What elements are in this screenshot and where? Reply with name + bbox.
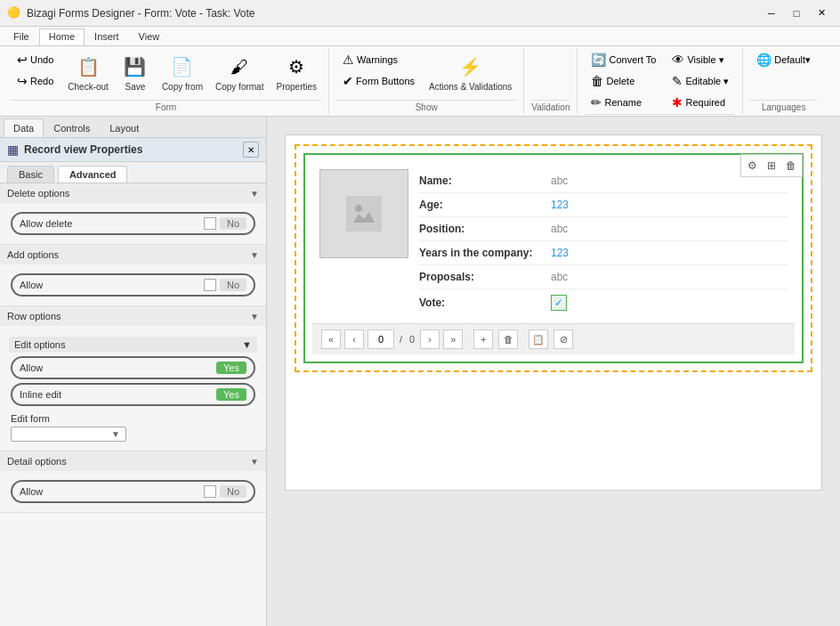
required-button[interactable]: ✱ Required <box>666 93 735 112</box>
maximize-button[interactable]: □ <box>785 4 808 22</box>
add-options-arrow: ▼ <box>250 250 259 260</box>
formbuttons-icon: ✔ <box>343 74 353 88</box>
default-language-button[interactable]: 🌐 Default▾ <box>750 50 817 69</box>
tab-insert[interactable]: Insert <box>85 28 129 45</box>
undo-icon: ↩ <box>17 53 28 67</box>
detail-options-section: Detail options ▼ Allow No <box>0 451 266 513</box>
row-options-section: Row options ▼ Edit options ▼ Allow Yes <box>0 306 266 451</box>
save-icon: 💾 <box>121 53 149 81</box>
tab-home[interactable]: Home <box>39 28 85 45</box>
tab-layout[interactable]: Layout <box>100 118 149 137</box>
advanced-tabs: Basic Advanced <box>0 162 266 183</box>
image-placeholder <box>319 169 408 258</box>
left-panel-tabs: Data Controls Layout <box>0 117 266 138</box>
grid-icon[interactable]: ⊞ <box>763 157 780 175</box>
copyformat-icon: 🖌 <box>225 53 254 81</box>
edit-form-dropdown[interactable]: ▼ <box>11 427 126 442</box>
window-title: Bizagi Forms Designer - Form: Vote - Tas… <box>27 7 760 20</box>
copy-record-button[interactable]: 📋 <box>529 329 548 349</box>
tab-view[interactable]: View <box>129 28 170 45</box>
vote-checkbox[interactable]: ✓ <box>551 295 567 311</box>
allow-add-toggle[interactable]: Allow No <box>11 273 255 297</box>
formbuttons-button[interactable]: ✔ Form Buttons <box>336 71 421 91</box>
last-page-button[interactable]: » <box>443 329 463 349</box>
trash-icon[interactable]: 🗑 <box>782 157 800 175</box>
add-record-button[interactable]: + <box>473 329 493 349</box>
undo-button[interactable]: ↩ Undo <box>11 50 60 69</box>
first-page-button[interactable]: « <box>321 329 341 349</box>
form-group-label: Form <box>11 100 321 112</box>
inline-edit-toggle[interactable]: Inline edit Yes <box>11 383 255 406</box>
settings-icon[interactable]: ⚙ <box>743 157 761 175</box>
tab-file[interactable]: File <box>4 28 39 45</box>
field-position: Position: abc <box>419 217 788 241</box>
next-page-button[interactable]: › <box>420 329 440 349</box>
inline-edit-value: Yes <box>216 388 246 401</box>
add-options-header[interactable]: Add options ▼ <box>0 245 266 264</box>
delete-record-button[interactable]: 🗑 <box>498 329 518 349</box>
row-options-header[interactable]: Row options ▼ <box>0 306 266 326</box>
main-area: Data Controls Layout ▦ Record view Prope… <box>0 117 840 626</box>
languages-group-label: Languages <box>750 100 817 112</box>
form-canvas: ⚙ ⊞ 🗑 <box>285 134 822 491</box>
page-actions-2: 📋 ⊘ <box>529 329 573 349</box>
advanced-tab[interactable]: Advanced <box>58 166 128 183</box>
ribbon-tab-bar: File Home Insert View <box>0 27 840 46</box>
checkout-icon: 📋 <box>74 53 102 81</box>
allow-delete-toggle[interactable]: Allow delete No <box>11 212 255 235</box>
minimize-button[interactable]: ─ <box>760 4 783 22</box>
convertto-button[interactable]: 🔄 Convert To <box>585 50 662 69</box>
allow-edit-value: Yes <box>216 362 246 374</box>
checkout-button[interactable]: 📋 Check-out <box>63 50 113 94</box>
warnings-button[interactable]: ⚠ Warnings <box>336 50 421 69</box>
allow-delete-value: No <box>220 217 246 230</box>
delete-options-header[interactable]: Delete options ▼ <box>0 183 266 203</box>
basic-tab[interactable]: Basic <box>7 166 54 183</box>
delete-button[interactable]: 🗑 Delete <box>585 71 662 91</box>
save-button[interactable]: 💾 Save <box>117 50 154 94</box>
title-bar: 🟡 Bizagi Forms Designer - Form: Vote - T… <box>0 0 840 27</box>
edit-options-subheader[interactable]: Edit options ▼ <box>9 337 257 353</box>
rename-button[interactable]: ✏ Rename <box>585 93 662 112</box>
add-options-body: Allow No <box>0 264 266 305</box>
add-options-section: Add options ▼ Allow No <box>0 245 266 306</box>
copyfrom-icon: 📄 <box>168 53 197 81</box>
allow-detail-toggle[interactable]: Allow No <box>11 480 255 503</box>
prev-page-button[interactable]: ‹ <box>344 329 364 349</box>
edit-form-row: Edit form ▼ <box>9 410 257 445</box>
current-page-input[interactable] <box>368 329 394 349</box>
ribbon-group-controls: 🔄 Convert To 🗑 Delete ✏ Rename 👁 <box>578 48 743 114</box>
detail-options-header[interactable]: Detail options ▼ <box>0 451 266 471</box>
editable-button[interactable]: ✎ Editable ▾ <box>666 71 735 91</box>
svg-rect-0 <box>346 196 382 232</box>
allow-delete-checkbox[interactable] <box>204 217 216 230</box>
detail-options-body: Allow No <box>0 471 266 512</box>
close-button[interactable]: ✕ <box>810 4 833 22</box>
ribbon: File Home Insert View ↩ Undo ↪ Redo <box>0 27 840 117</box>
redo-button[interactable]: ↪ Redo <box>11 71 60 91</box>
copyformat-button[interactable]: 🖌 Copy format <box>211 50 268 94</box>
allow-edit-toggle[interactable]: Allow Yes <box>11 356 255 379</box>
detail-options-arrow: ▼ <box>250 457 259 467</box>
window-controls: ─ □ ✕ <box>760 4 833 22</box>
actionsvalidations-icon: ⚡ <box>456 53 485 81</box>
convertto-icon: 🔄 <box>591 53 606 67</box>
allow-detail-checkbox[interactable] <box>204 485 216 498</box>
allow-add-checkbox[interactable] <box>204 279 216 291</box>
panel-content: Delete options ▼ Allow delete No <box>0 183 266 626</box>
page-actions: + 🗑 <box>473 329 518 349</box>
delete-options-body: Allow delete No <box>0 203 266 244</box>
svg-point-1 <box>355 205 362 212</box>
cancel-record-button[interactable]: ⊘ <box>553 329 573 349</box>
panel-close-button[interactable]: ✕ <box>243 142 259 158</box>
visible-button[interactable]: 👁 Visible ▾ <box>666 50 735 69</box>
actionsvalidations-button[interactable]: ⚡ Actions & Validations <box>424 50 516 94</box>
properties-button[interactable]: ⚙ Properties <box>271 50 321 94</box>
copyfrom-button[interactable]: 📄 Copy from <box>158 50 207 94</box>
tab-data[interactable]: Data <box>4 118 44 137</box>
tab-controls[interactable]: Controls <box>44 118 100 137</box>
field-vote: Vote: ✓ <box>419 289 788 316</box>
form-container: ⚙ ⊞ 🗑 <box>295 144 812 372</box>
ribbon-group-languages: 🌐 Default▾ Languages <box>743 48 824 114</box>
form-fields: Name: abc Age: 123 Position: abc <box>419 169 788 316</box>
